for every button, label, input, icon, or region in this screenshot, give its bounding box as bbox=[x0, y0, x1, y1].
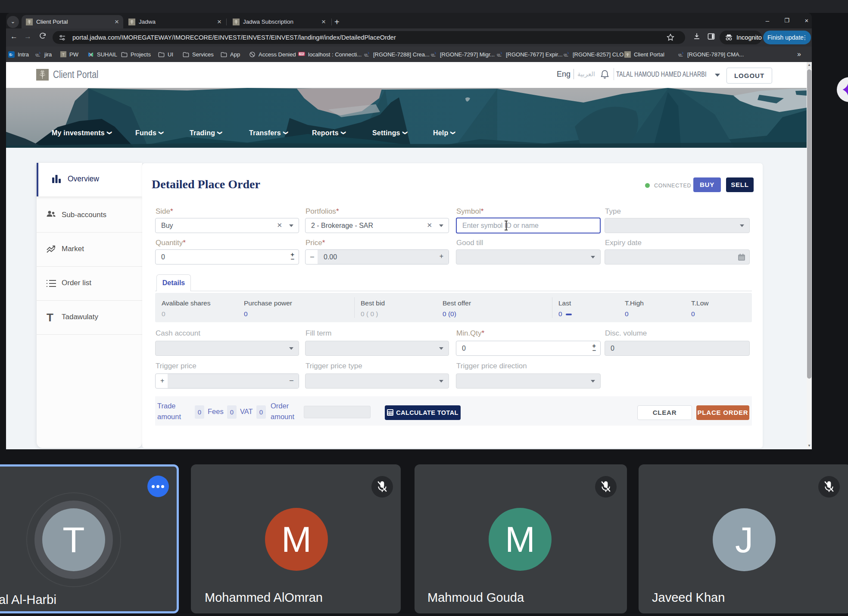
svg-text:cn: cn bbox=[364, 53, 368, 56]
svg-text:›: › bbox=[12, 53, 13, 57]
svg-text:cn: cn bbox=[431, 53, 434, 56]
svg-text:cn: cn bbox=[497, 53, 500, 56]
svg-text:cn: cn bbox=[564, 53, 567, 56]
svg-text:cn: cn bbox=[35, 53, 39, 56]
svg-text:AMQ: AMQ bbox=[299, 53, 305, 55]
svg-text:S: S bbox=[9, 53, 12, 57]
svg-text:cn: cn bbox=[678, 53, 682, 56]
